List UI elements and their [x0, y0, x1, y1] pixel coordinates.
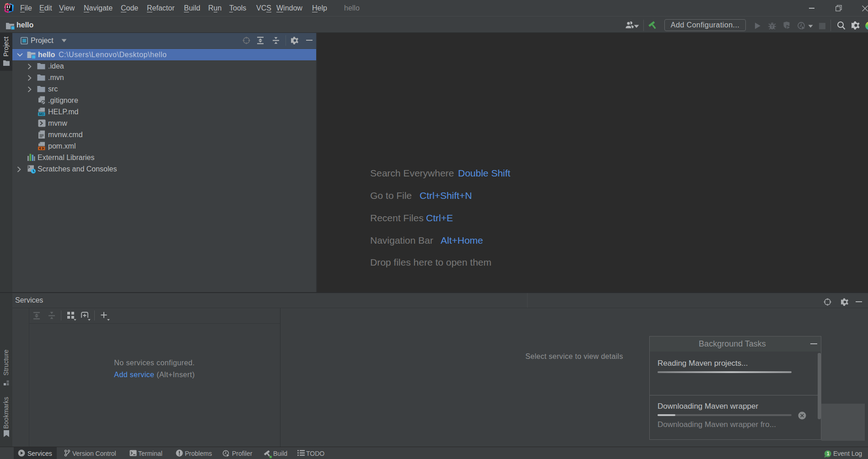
svg-text:1: 1 — [827, 451, 830, 456]
svg-text:MD: MD — [39, 112, 44, 116]
